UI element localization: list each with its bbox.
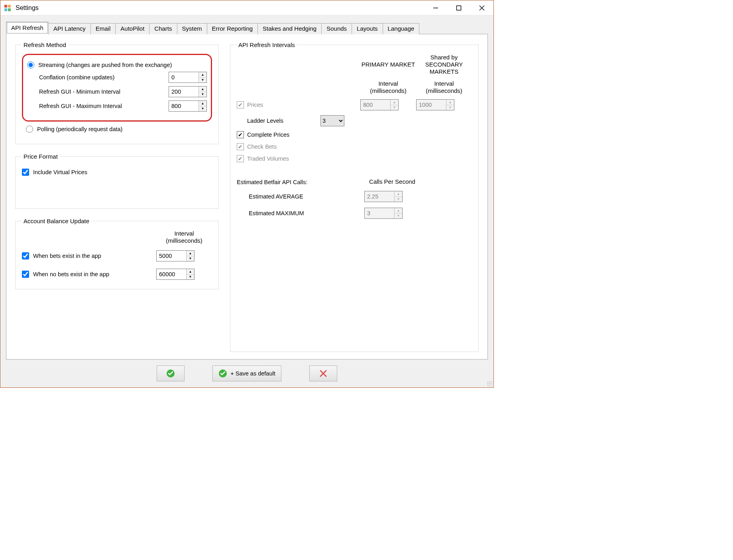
footer: + Save as default (6, 360, 488, 387)
svg-rect-5 (457, 6, 461, 10)
spinner-est-avg: ▲▼ (364, 191, 403, 202)
radio-streaming-label: Streaming (changes are pushed from the e… (38, 62, 172, 68)
header-secondary: Shared by SECONDARY MARKETS (416, 54, 472, 75)
intervals-grid: PRIMARY MARKET Shared by SECONDARY MARKE… (237, 54, 472, 162)
tab-charts[interactable]: Charts (149, 23, 177, 34)
label-bets-exist: When bets exist in the app (33, 253, 101, 259)
tab-error-reporting[interactable]: Error Reporting (207, 23, 258, 34)
legend-api-intervals: API Refresh Intervals (237, 41, 297, 48)
save-default-label: + Save as default (230, 370, 275, 377)
close-button[interactable] (470, 0, 493, 15)
input-no-bets[interactable] (157, 269, 186, 279)
gui-min-down-button[interactable]: ▼ (199, 92, 206, 97)
window-title: Settings (16, 4, 39, 12)
svg-rect-3 (8, 8, 11, 11)
bets-exist-down-button[interactable]: ▼ (187, 256, 194, 261)
radio-polling[interactable] (26, 126, 33, 133)
checkbox-include-virtual[interactable] (22, 169, 29, 176)
gui-max-up-button[interactable]: ▲ (199, 101, 206, 106)
label-traded: Traded Volumes (247, 155, 289, 162)
svg-rect-0 (4, 5, 7, 8)
label-gui-min: Refresh GUI - Minimum Interval (27, 88, 165, 95)
label-est-header: Estimated Betfair API Calls: (237, 179, 364, 185)
no-bets-up-button[interactable]: ▲ (187, 269, 194, 275)
left-column: Refresh Method Streaming (changes are pu… (14, 41, 220, 352)
bets-exist-up-button[interactable]: ▲ (187, 251, 194, 256)
radio-streaming[interactable] (27, 61, 34, 69)
resize-grip[interactable] (487, 381, 493, 387)
checkbox-no-bets[interactable] (22, 271, 29, 278)
gui-max-down-button[interactable]: ▼ (199, 106, 206, 112)
save-default-button[interactable]: + Save as default (212, 365, 281, 381)
spinner-gui-min: ▲▼ (169, 86, 207, 97)
tab-api-latency[interactable]: API Latency (48, 23, 91, 34)
window-controls (424, 0, 493, 15)
group-api-intervals: API Refresh Intervals PRIMARY MARKET Sha… (230, 41, 479, 352)
header-primary: PRIMARY MARKET (360, 61, 416, 68)
est-max-down: ▼ (395, 214, 402, 219)
input-gui-max[interactable] (169, 101, 198, 111)
radio-polling-label: Polling (periodically request data) (37, 126, 122, 132)
row-bets-exist: When bets exist in the app (22, 252, 156, 259)
titlebar: Settings (0, 0, 493, 16)
label-prices: Prices (247, 102, 263, 108)
highlight-streaming: Streaming (changes are pushed from the e… (22, 54, 212, 122)
est-max-up: ▲ (395, 208, 402, 214)
cancel-button[interactable] (309, 365, 337, 381)
tab-stakes-hedging[interactable]: Stakes and Hedging (257, 23, 322, 34)
tab-api-refresh[interactable]: API Refresh (6, 22, 49, 34)
radio-polling-row: Polling (periodically request data) (22, 126, 212, 133)
spinner-prices-primary: ▲▼ (360, 99, 399, 110)
input-conflation[interactable] (169, 72, 198, 83)
radio-streaming-row: Streaming (changes are pushed from the e… (27, 61, 207, 69)
spinner-prices-secondary: ▲▼ (416, 99, 454, 110)
maximize-button[interactable] (447, 0, 470, 15)
row-complete: Complete Prices (237, 131, 320, 138)
spinner-no-bets: ▲▼ (156, 269, 195, 280)
minimize-button[interactable] (424, 0, 447, 15)
label-ladder: Ladder Levels (247, 118, 283, 124)
svg-rect-2 (4, 8, 7, 11)
prices-primary-down: ▼ (391, 105, 398, 110)
row-checkbets: Check Bets (237, 143, 320, 150)
gui-min-up-button[interactable]: ▲ (199, 86, 206, 92)
prices-primary-up: ▲ (391, 100, 398, 105)
tab-autopilot[interactable]: AutoPilot (115, 23, 149, 34)
svg-rect-1 (8, 5, 11, 8)
tab-sounds[interactable]: Sounds (321, 23, 352, 34)
ok-button[interactable] (157, 365, 185, 381)
row-conflation: Conflation (combine updates) ▲▼ (27, 72, 207, 83)
checkbox-bets-exist[interactable] (22, 252, 29, 259)
tab-language[interactable]: Language (383, 23, 420, 34)
conflation-up-button[interactable]: ▲ (199, 72, 206, 78)
conflation-down-button[interactable]: ▼ (199, 78, 206, 83)
checkbox-traded (237, 155, 244, 162)
select-ladder[interactable]: 3 (320, 115, 344, 126)
label-conflation: Conflation (combine updates) (27, 74, 165, 81)
app-icon (4, 4, 12, 12)
row-traded: Traded Volumes (237, 155, 320, 162)
est-avg-up: ▲ (395, 191, 402, 197)
label-cps-header: Calls Per Second (364, 178, 420, 185)
legend-refresh-method: Refresh Method (22, 41, 68, 48)
row-include-virtual: Include Virtual Prices (22, 169, 212, 176)
group-account-balance: Account Balance Update Interval (millise… (15, 218, 219, 289)
spinner-bets-exist: ▲▼ (156, 250, 195, 261)
right-column: API Refresh Intervals PRIMARY MARKET Sha… (229, 41, 479, 352)
header-primary-sub: Interval (milliseconds) (360, 80, 416, 94)
no-bets-down-button[interactable]: ▼ (187, 275, 194, 280)
label-est-max: Estimated MAXIMUM (237, 210, 364, 216)
row-ladder: Ladder Levels (237, 118, 320, 124)
tab-layouts[interactable]: Layouts (352, 23, 383, 34)
input-gui-min[interactable] (169, 86, 198, 97)
input-bets-exist[interactable] (157, 251, 186, 261)
x-icon (319, 369, 328, 378)
tab-system[interactable]: System (177, 23, 207, 34)
row-gui-max: Refresh GUI - Maximum Interval ▲▼ (27, 100, 207, 112)
account-interval-header: Interval (milliseconds) (156, 230, 212, 244)
row-gui-min: Refresh GUI - Minimum Interval ▲▼ (27, 86, 207, 97)
input-prices-primary (361, 100, 390, 110)
tab-email[interactable]: Email (90, 23, 116, 34)
checkbox-complete[interactable] (237, 131, 244, 138)
tabpage-api-refresh: Refresh Method Streaming (changes are pu… (6, 34, 488, 360)
